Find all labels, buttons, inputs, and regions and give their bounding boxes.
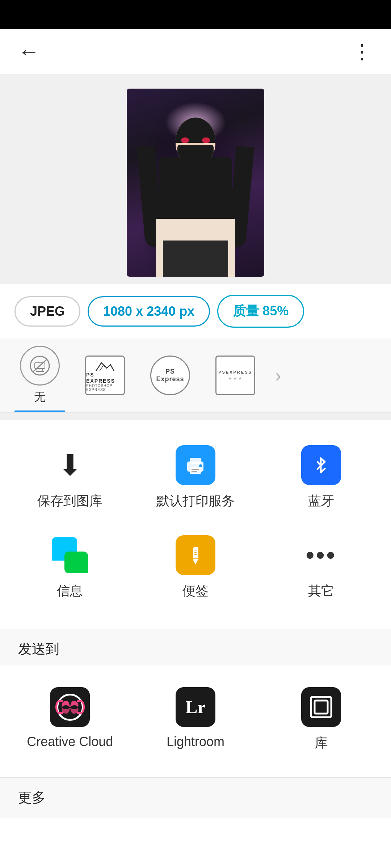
- watermark-ps-badge[interactable]: PSEXPRESS ★ ★ ★: [210, 356, 261, 395]
- format-jpeg-tag[interactable]: JPEG: [14, 296, 80, 327]
- watermark-selector: 无 PS EXPRESS PHOTOSHOP EXPRESS PS Expres…: [0, 339, 391, 413]
- action-save-library[interactable]: ⬇ 保存到图库: [7, 434, 133, 524]
- notes-label: 便签: [182, 582, 209, 600]
- svg-rect-20: [315, 701, 328, 714]
- lightroom-label: Lightroom: [167, 734, 224, 749]
- download-icon: ⬇: [58, 448, 82, 482]
- creative-cloud-icon: [50, 687, 90, 727]
- top-navigation: ← ⋮: [0, 29, 391, 74]
- send-library[interactable]: 库: [258, 680, 384, 763]
- action-print[interactable]: 默认打印服务: [133, 434, 258, 524]
- watermark-ps-circle-icon: PS Express: [150, 356, 190, 395]
- bluetooth-icon-container: [301, 445, 341, 485]
- library-label: 库: [315, 734, 328, 752]
- action-other[interactable]: ••• 其它: [258, 524, 384, 614]
- format-bar: JPEG 1080 x 2340 px 质量 85%: [0, 284, 391, 339]
- svg-marker-14: [193, 560, 198, 565]
- svg-rect-7: [190, 458, 201, 464]
- send-to-grid: Creative Cloud Lr Lightroom 库: [0, 665, 391, 777]
- preview-image: [127, 89, 264, 277]
- send-to-header: 发送到: [0, 629, 391, 665]
- watermark-ps-badge-icon: PSEXPRESS ★ ★ ★: [215, 356, 255, 395]
- watermark-ps-mountain-icon: PS EXPRESS PHOTOSHOP EXPRESS: [85, 356, 125, 395]
- more-title: 更多: [18, 790, 46, 805]
- back-button[interactable]: ←: [18, 41, 40, 63]
- messages-label: 信息: [57, 582, 83, 600]
- watermark-ps-mountain[interactable]: PS EXPRESS PHOTOSHOP EXPRESS: [80, 356, 130, 395]
- action-bluetooth[interactable]: 蓝牙: [258, 434, 384, 524]
- other-label: 其它: [308, 582, 334, 600]
- print-icon-container: [176, 445, 215, 485]
- library-icon: [301, 687, 341, 727]
- watermark-none-label: 无: [34, 389, 46, 405]
- messages-icon: [50, 535, 90, 575]
- svg-rect-8: [190, 467, 201, 474]
- bluetooth-icon: [301, 445, 341, 485]
- no-watermark-icon: [20, 346, 60, 386]
- action-messages[interactable]: 信息: [7, 524, 133, 614]
- save-library-label: 保存到图库: [37, 492, 102, 510]
- more-button[interactable]: ⋮: [352, 40, 373, 63]
- svg-point-9: [199, 464, 202, 467]
- character-legs: [156, 219, 235, 277]
- other-icon-container: •••: [301, 535, 341, 575]
- more-section: 更多: [0, 777, 391, 818]
- save-library-icon: ⬇: [50, 445, 90, 485]
- image-preview-container: [0, 74, 391, 284]
- notes-icon-container: [176, 535, 215, 575]
- notes-icon: [176, 535, 215, 575]
- lightroom-icon: Lr: [176, 687, 215, 727]
- creative-cloud-label: Creative Cloud: [27, 734, 113, 749]
- action-notes[interactable]: 便签: [133, 524, 258, 614]
- more-dots-icon: •••: [306, 541, 337, 570]
- action-grid: ⬇ 保存到图库 默认打印服务: [0, 420, 391, 629]
- print-icon: [176, 445, 215, 485]
- divider-1: [0, 413, 391, 420]
- print-label: 默认打印服务: [156, 492, 235, 510]
- send-creative-cloud[interactable]: Creative Cloud: [7, 680, 133, 763]
- watermark-ps-circle[interactable]: PS Express: [145, 356, 196, 395]
- watermark-none[interactable]: 无: [14, 346, 65, 405]
- bluetooth-label: 蓝牙: [308, 492, 334, 510]
- svg-rect-13: [193, 547, 198, 560]
- messages-icon-container: [50, 535, 90, 575]
- format-quality-tag[interactable]: 质量 85%: [217, 295, 304, 328]
- status-bar: [0, 0, 391, 29]
- format-resolution-tag[interactable]: 1080 x 2340 px: [88, 296, 210, 327]
- send-lightroom[interactable]: Lr Lightroom: [133, 680, 258, 763]
- send-to-title: 发送到: [18, 641, 59, 656]
- watermark-scroll-more[interactable]: ›: [275, 365, 281, 386]
